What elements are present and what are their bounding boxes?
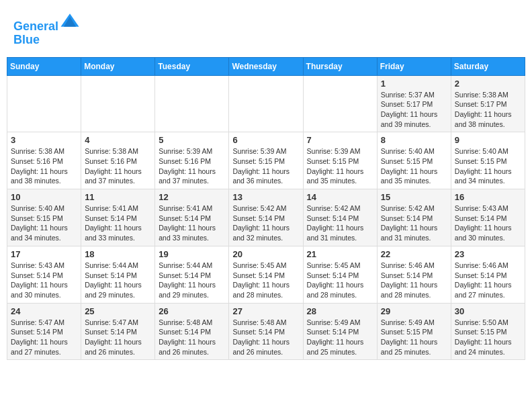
day-info: Sunrise: 5:38 AMSunset: 5:16 PMDaylight:… [85,146,151,186]
day-info-line: Sunset: 5:14 PM [307,328,359,336]
day-info: Sunrise: 5:39 AMSunset: 5:15 PMDaylight:… [307,146,373,186]
day-info-line: Sunrise: 5:44 AM [85,261,138,269]
day-number: 6 [232,135,299,145]
day-info-line: Daylight: 11 hours and 26 minutes. [159,338,216,356]
day-number: 14 [307,192,373,202]
day-info-line: Sunset: 5:14 PM [381,214,433,222]
calendar-cell [303,75,377,132]
day-info-line: Sunrise: 5:42 AM [232,204,286,212]
day-number: 26 [159,306,225,316]
day-info-line: Sunset: 5:14 PM [85,271,137,279]
day-number: 30 [455,306,521,316]
day-info-line: Sunrise: 5:41 AM [159,204,212,212]
day-info-line: Daylight: 11 hours and 33 minutes. [159,224,216,242]
day-info-line: Daylight: 11 hours and 39 minutes. [381,110,438,128]
day-info-line: Sunset: 5:14 PM [307,214,359,222]
calendar-cell: 4Sunrise: 5:38 AMSunset: 5:16 PMDaylight… [81,132,155,189]
day-info-line: Daylight: 11 hours and 38 minutes. [11,167,68,185]
calendar-cell: 16Sunrise: 5:43 AMSunset: 5:14 PMDayligh… [451,189,525,246]
day-number: 10 [11,192,77,202]
day-info-line: Sunset: 5:14 PM [232,328,285,336]
day-info: Sunrise: 5:41 AMSunset: 5:14 PMDaylight:… [85,203,151,243]
day-number: 25 [85,306,151,316]
day-info: Sunrise: 5:48 AMSunset: 5:14 PMDaylight:… [232,318,299,357]
day-number: 16 [455,192,521,202]
day-of-week-thursday: Thursday [303,57,377,75]
calendar-cell: 26Sunrise: 5:48 AMSunset: 5:14 PMDayligh… [155,303,229,360]
calendar-cell: 30Sunrise: 5:50 AMSunset: 5:15 PMDayligh… [451,303,525,360]
calendar-cell: 12Sunrise: 5:41 AMSunset: 5:14 PMDayligh… [155,189,229,246]
day-info-line: Sunset: 5:15 PM [381,157,433,165]
day-of-week-friday: Friday [377,57,451,75]
day-number: 21 [307,249,373,259]
day-info: Sunrise: 5:48 AMSunset: 5:14 PMDaylight:… [159,318,225,357]
day-number: 11 [85,192,151,202]
day-number: 19 [159,249,225,259]
day-info-line: Sunrise: 5:43 AM [455,204,508,212]
day-of-week-sunday: Sunday [7,57,81,75]
day-info-line: Sunrise: 5:39 AM [307,147,361,155]
day-info: Sunrise: 5:39 AMSunset: 5:16 PMDaylight:… [159,146,225,186]
day-info-line: Sunrise: 5:48 AM [159,318,212,326]
day-of-week-monday: Monday [81,57,155,75]
day-number: 9 [455,135,521,145]
calendar-cell: 8Sunrise: 5:40 AMSunset: 5:15 PMDaylight… [377,132,451,189]
calendar-cell: 24Sunrise: 5:47 AMSunset: 5:14 PMDayligh… [7,303,81,360]
day-number: 20 [232,249,299,259]
day-info-line: Daylight: 11 hours and 26 minutes. [232,338,290,356]
day-info-line: Sunset: 5:14 PM [455,214,507,222]
day-info-line: Sunset: 5:14 PM [11,328,63,336]
calendar-cell: 9Sunrise: 5:40 AMSunset: 5:15 PMDaylight… [451,132,525,189]
day-info-line: Daylight: 11 hours and 38 minutes. [455,110,512,128]
day-info-line: Daylight: 11 hours and 35 minutes. [307,167,364,185]
day-number: 28 [307,306,373,316]
day-info-line: Daylight: 11 hours and 27 minutes. [11,338,68,356]
day-info: Sunrise: 5:41 AMSunset: 5:14 PMDaylight:… [159,203,225,243]
day-info-line: Sunrise: 5:41 AM [85,204,138,212]
day-info: Sunrise: 5:45 AMSunset: 5:14 PMDaylight:… [232,261,299,300]
day-info: Sunrise: 5:42 AMSunset: 5:14 PMDaylight:… [232,203,299,243]
day-info-line: Sunrise: 5:42 AM [381,204,435,212]
day-number: 15 [381,192,447,202]
day-number: 18 [85,249,151,259]
day-info-line: Sunrise: 5:37 AM [381,91,435,99]
calendar-cell [7,75,81,132]
calendar-week-2: 3Sunrise: 5:38 AMSunset: 5:16 PMDaylight… [7,132,525,189]
calendar-cell: 18Sunrise: 5:44 AMSunset: 5:14 PMDayligh… [81,246,155,303]
calendar-cell: 17Sunrise: 5:43 AMSunset: 5:14 PMDayligh… [7,246,81,303]
day-info: Sunrise: 5:47 AMSunset: 5:14 PMDaylight:… [85,318,151,357]
day-info-line: Daylight: 11 hours and 25 minutes. [307,338,364,356]
day-info-line: Sunrise: 5:38 AM [455,91,508,99]
day-info-line: Daylight: 11 hours and 28 minutes. [381,281,438,299]
day-info: Sunrise: 5:42 AMSunset: 5:14 PMDaylight:… [307,203,373,243]
day-info-line: Sunrise: 5:47 AM [11,318,64,326]
day-info-line: Sunset: 5:15 PM [381,328,433,336]
day-info-line: Sunrise: 5:47 AM [85,318,138,326]
day-info: Sunrise: 5:38 AMSunset: 5:17 PMDaylight:… [455,90,521,130]
day-info: Sunrise: 5:46 AMSunset: 5:14 PMDaylight:… [455,261,521,300]
day-info-line: Sunset: 5:14 PM [85,328,137,336]
day-number: 29 [381,306,447,316]
day-info-line: Daylight: 11 hours and 36 minutes. [232,167,290,185]
page-header: General Blue [7,7,525,50]
calendar-cell [229,75,303,132]
day-number: 22 [381,249,447,259]
calendar-week-4: 17Sunrise: 5:43 AMSunset: 5:14 PMDayligh… [7,246,525,303]
day-info-line: Sunset: 5:14 PM [307,271,359,279]
day-info-line: Sunset: 5:14 PM [85,214,137,222]
calendar-cell: 28Sunrise: 5:49 AMSunset: 5:14 PMDayligh… [303,303,377,360]
day-info: Sunrise: 5:44 AMSunset: 5:14 PMDaylight:… [159,261,225,300]
day-info-line: Daylight: 11 hours and 25 minutes. [381,338,438,356]
day-info-line: Sunset: 5:14 PM [159,214,211,222]
calendar-cell [81,75,155,132]
day-info-line: Sunset: 5:14 PM [381,271,433,279]
day-info-line: Sunset: 5:17 PM [381,100,433,108]
day-info-line: Sunrise: 5:50 AM [455,318,508,326]
day-info-line: Sunrise: 5:38 AM [11,147,64,155]
day-info-line: Sunrise: 5:46 AM [455,261,508,269]
day-info-line: Sunrise: 5:49 AM [307,318,361,326]
day-number: 1 [381,79,447,89]
day-info-line: Sunrise: 5:42 AM [307,204,361,212]
day-info: Sunrise: 5:50 AMSunset: 5:15 PMDaylight:… [455,318,521,357]
day-info-line: Sunset: 5:16 PM [159,157,211,165]
